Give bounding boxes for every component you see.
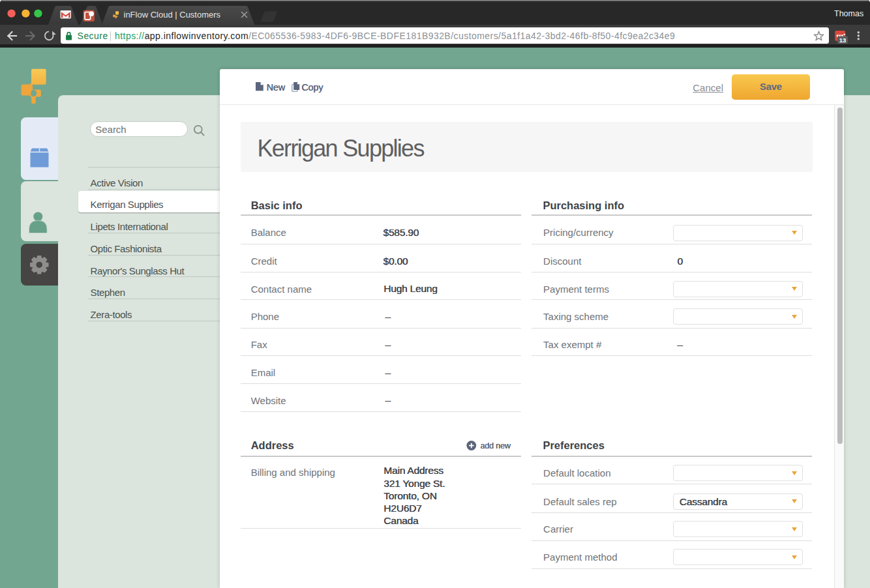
svg-text:inFlow Cloud | Customers: inFlow Cloud | Customers <box>124 10 221 20</box>
svg-text:13: 13 <box>839 37 847 44</box>
svg-text:Thomas: Thomas <box>834 9 863 18</box>
